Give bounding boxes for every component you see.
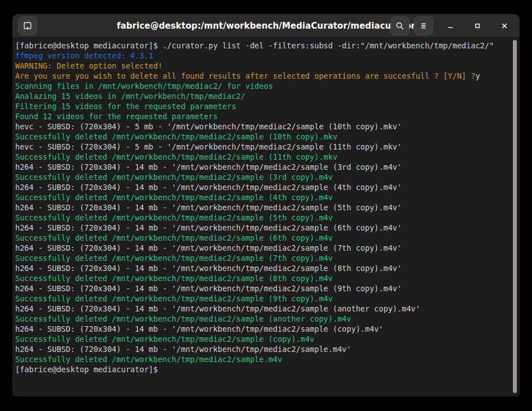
terminal-line: h264 - SUBSD: (720x304) - 14 mb - '/mnt/… (15, 202, 517, 213)
terminal-line: Successfully deleted /mnt/workbench/tmp/… (15, 273, 517, 283)
terminal-line: Successfully deleted /mnt/workbench/tmp/… (15, 192, 517, 202)
terminal-line: Successfully deleted /mnt/workbench/tmp/… (15, 293, 517, 304)
terminal-line: h264 - SUBSD: (720x304) - 14 mb - '/mnt/… (15, 304, 517, 314)
terminal-line: Successfully deleted /mnt/workbench/tmp/… (15, 334, 517, 344)
terminal-line: h264 - SUBSD: (720x304) - 14 mb - '/mnt/… (15, 263, 517, 273)
terminal-line: h264 - SUBSD: (720x304) - 14 mb - '/mnt/… (15, 182, 517, 192)
menu-icon (419, 21, 428, 30)
terminal-line: Filtering 15 videos for the requested pa… (15, 101, 517, 111)
terminal-line: h264 - SUBSD: (720x304) - 14 mb - '/mnt/… (15, 162, 517, 172)
terminal-line: h264 - SUBSD: (720x304) - 14 mb - '/mnt/… (15, 344, 517, 354)
terminal-line: hevc - SUBSD: (720x304) - 5 mb - '/mnt/w… (15, 121, 517, 132)
terminal-line: [fabrice@desktop mediacurator]$ (15, 364, 517, 374)
terminal-line: Successfully deleted /mnt/workbench/tmp/… (15, 132, 517, 142)
terminal-line: Successfully deleted /mnt/workbench/tmp/… (15, 253, 517, 263)
search-button[interactable] (390, 16, 409, 35)
minimize-button[interactable] (441, 16, 460, 35)
terminal-line: Successfully deleted /mnt/workbench/tmp/… (15, 152, 517, 162)
new-tab-button[interactable] (18, 16, 37, 35)
terminal-line: [fabrice@desktop mediacurator]$ ./curato… (15, 40, 517, 51)
terminal-line: h264 - SUBSD: (720x304) - 14 mb - '/mnt/… (15, 324, 517, 334)
terminal-line: Analazing 15 videos in /mnt/workbench/tm… (15, 91, 517, 101)
terminal-output: [fabrice@desktop mediacurator]$ ./curato… (15, 40, 517, 374)
terminal-line: Scanning files in /mnt/workbench/tmp/med… (15, 81, 517, 91)
scrollbar-track (512, 39, 519, 395)
close-button[interactable] (495, 16, 514, 35)
terminal-line: Successfully deleted /mnt/workbench/tmp/… (15, 213, 517, 223)
terminal-line: h264 - SUBSD: (720x304) - 14 mb - '/mnt/… (15, 223, 517, 233)
terminal-line: WARNING: Delete option selected! (15, 61, 517, 71)
terminal-line: Successfully deleted /mnt/workbench/tmp/… (15, 354, 517, 364)
terminal-line: ffmpeg version detected: 4.3.1 (15, 51, 517, 61)
terminal-line: Are you sure you wish to delete all foun… (15, 71, 517, 81)
terminal-line: Successfully deleted /mnt/workbench/tmp/… (15, 314, 517, 324)
minimize-icon (446, 21, 455, 30)
terminal-screen[interactable]: [fabrice@desktop mediacurator]$ ./curato… (12, 38, 520, 396)
new-tab-icon (23, 21, 32, 30)
terminal-line: h264 - SUBSD: (720x304) - 14 mb - '/mnt/… (15, 283, 517, 293)
menu-button[interactable] (414, 16, 433, 35)
terminal-line: h264 - SUBSD: (720x304) - 14 mb - '/mnt/… (15, 243, 517, 253)
terminal-window: fabrice@desktop:/mnt/workbench/MediaCura… (12, 14, 520, 396)
terminal-line: hevc - SUBSD: (720x304) - 5 mb - '/mnt/w… (15, 142, 517, 152)
close-icon (500, 21, 509, 30)
terminal-line: Successfully deleted /mnt/workbench/tmp/… (15, 233, 517, 243)
maximize-button[interactable] (468, 16, 487, 35)
terminal-line: Successfully deleted /mnt/workbench/tmp/… (15, 172, 517, 182)
terminal-line: Found 12 videos for the requested parame… (15, 111, 517, 121)
titlebar[interactable]: fabrice@desktop:/mnt/workbench/MediaCura… (12, 14, 520, 38)
maximize-icon (473, 21, 482, 30)
scrollbar-thumb[interactable] (513, 40, 517, 393)
search-icon (395, 21, 404, 30)
